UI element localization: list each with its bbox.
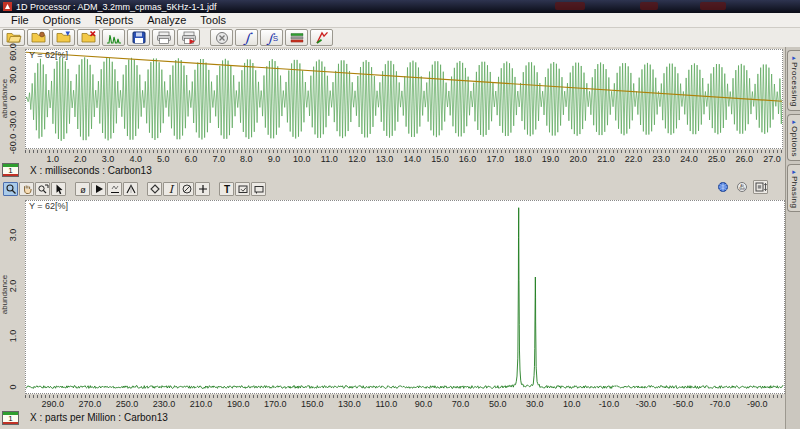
zoom-icon bbox=[37, 183, 49, 195]
badge-red-bar bbox=[3, 422, 18, 425]
spectrum-trace-badge[interactable]: 1 bbox=[2, 411, 19, 425]
spectrum-x-ticks: 290.0270.0250.0230.0210.0190.0170.0150.0… bbox=[25, 399, 785, 409]
tab-options[interactable]: ▸Options bbox=[787, 114, 800, 161]
annotation-tool-button[interactable] bbox=[251, 182, 266, 196]
fit-vertical-button[interactable] bbox=[753, 180, 768, 194]
x-tick-label: -10.0 bbox=[592, 399, 626, 409]
spectrum-view-button[interactable] bbox=[102, 29, 125, 46]
x-tick-label: 27.0 bbox=[755, 154, 789, 164]
zoom-tool-button[interactable] bbox=[35, 182, 50, 196]
x-tick-label: 290.0 bbox=[36, 399, 70, 409]
baseline-tool-button[interactable] bbox=[107, 182, 122, 196]
y-tick-label: 1.0 bbox=[8, 321, 18, 351]
fid-x-axis-label: X : milliseconds : Carbon13 bbox=[30, 165, 152, 176]
x-tick-label: 230.0 bbox=[147, 399, 181, 409]
spectrum-trace bbox=[26, 201, 784, 393]
x-tick-label: -90.0 bbox=[740, 399, 774, 409]
svg-text:ø: ø bbox=[80, 184, 86, 194]
phase-icon: ø bbox=[77, 183, 89, 195]
baseline-icon bbox=[109, 183, 121, 195]
region-tool-button[interactable] bbox=[235, 182, 250, 196]
import-folder-button[interactable] bbox=[52, 29, 75, 46]
tab-triangle-icon: ▸ bbox=[792, 168, 796, 175]
fourier-transform-icon: ∫S bbox=[264, 30, 280, 45]
tab-triangle-icon: ▸ bbox=[792, 54, 796, 61]
eraser-icon bbox=[181, 183, 193, 195]
y-tick-label: 3.0 bbox=[8, 220, 18, 250]
svg-text:S: S bbox=[272, 34, 277, 43]
tool-group: I bbox=[147, 182, 210, 196]
x-tick-label: 170.0 bbox=[258, 399, 292, 409]
tab-label: Options bbox=[790, 126, 799, 157]
process-icon bbox=[314, 30, 330, 45]
globe-button[interactable] bbox=[715, 180, 730, 194]
tab-processing[interactable]: ▸Processing bbox=[787, 50, 800, 111]
peak-pick-tool-button[interactable] bbox=[123, 182, 138, 196]
menu-file[interactable]: File bbox=[5, 14, 35, 26]
tool-group bbox=[3, 182, 66, 196]
x-tick-label: 70.0 bbox=[444, 399, 478, 409]
print-export-icon bbox=[181, 30, 197, 45]
spectrum-plot-canvas[interactable]: Y = 62[%] bbox=[25, 200, 785, 394]
background-artifact bbox=[555, 2, 585, 10]
x-tick-label: 10.0 bbox=[555, 399, 589, 409]
integral-button[interactable]: ∫ bbox=[235, 29, 258, 46]
side-tab-strip: ▸Processing▸Options▸Phasing bbox=[785, 47, 800, 429]
menu-analyze[interactable]: Analyze bbox=[141, 14, 192, 26]
save-button[interactable] bbox=[127, 29, 150, 46]
marker-tool-button[interactable] bbox=[147, 182, 162, 196]
x-tick-label: 130.0 bbox=[332, 399, 366, 409]
print-button[interactable] bbox=[152, 29, 175, 46]
fid-trace bbox=[26, 50, 782, 148]
fid-trace-badge[interactable]: 1 bbox=[2, 163, 19, 177]
pan-tool-button[interactable] bbox=[19, 182, 34, 196]
menu-reports[interactable]: Reports bbox=[89, 14, 140, 26]
menu-options[interactable]: Options bbox=[37, 14, 87, 26]
layers-button[interactable] bbox=[285, 29, 308, 46]
x-tick-label: -50.0 bbox=[666, 399, 700, 409]
x-tick-label: -70.0 bbox=[703, 399, 737, 409]
select-tool-button[interactable] bbox=[3, 182, 18, 196]
fid-plot-canvas[interactable]: Y = 62[%] bbox=[25, 49, 783, 149]
phase-tool-button[interactable]: ø bbox=[75, 182, 90, 196]
text-tool-button[interactable]: T bbox=[219, 182, 234, 196]
fid-x-tickmarks bbox=[25, 150, 783, 153]
text-icon: T bbox=[221, 183, 233, 195]
integral-icon: ∫ bbox=[239, 30, 255, 45]
x-tick-label: 30.0 bbox=[518, 399, 552, 409]
marker-icon bbox=[149, 183, 161, 195]
open-data-button[interactable] bbox=[27, 29, 50, 46]
import-folder-icon bbox=[56, 30, 72, 45]
x-tick-label: 110.0 bbox=[369, 399, 403, 409]
alt-shift-button[interactable]: AltShift bbox=[734, 180, 749, 194]
pointer-tool-button[interactable] bbox=[51, 182, 66, 196]
app-icon bbox=[3, 2, 12, 11]
x-tick-label: 50.0 bbox=[481, 399, 515, 409]
badge-number: 1 bbox=[3, 167, 18, 174]
eraser-tool-button[interactable] bbox=[179, 182, 194, 196]
menu-bar: FileOptionsReportsAnalyzeTools bbox=[0, 13, 800, 28]
fourier-transform-button[interactable]: ∫S bbox=[260, 29, 283, 46]
titlebar[interactable]: 1D Processor : ADM_3.2mm_cpmas_5KHz-1-1.… bbox=[0, 0, 800, 13]
add-tool-button[interactable] bbox=[195, 182, 210, 196]
open-data-icon bbox=[31, 30, 47, 45]
fid-scale-readout: Y = 62[%] bbox=[29, 50, 68, 60]
peak-pick-icon bbox=[125, 183, 137, 195]
spectrum-y-ticks: 3.02.01.00 bbox=[0, 200, 24, 394]
badge-red-bar bbox=[3, 174, 18, 177]
print-export-button[interactable] bbox=[177, 29, 200, 46]
window-title: 1D Processor : ADM_3.2mm_cpmas_5KHz-1-1.… bbox=[16, 2, 217, 12]
tab-phasing[interactable]: ▸Phasing bbox=[787, 164, 800, 212]
y-tick-label: 2.0 bbox=[8, 271, 18, 301]
tab-label: Phasing bbox=[790, 176, 799, 208]
menu-tools[interactable]: Tools bbox=[194, 14, 232, 26]
y-tick-label: 0 bbox=[8, 372, 18, 402]
process-button[interactable] bbox=[310, 29, 333, 46]
pan-icon bbox=[21, 183, 33, 195]
svg-text:∫: ∫ bbox=[242, 30, 253, 45]
spectrum-x-tickmarks bbox=[25, 395, 785, 398]
close-file-button[interactable] bbox=[77, 29, 100, 46]
pick-tool-button[interactable] bbox=[91, 182, 106, 196]
abort-button[interactable] bbox=[210, 29, 233, 46]
integral-tool-button[interactable]: I bbox=[163, 182, 178, 196]
